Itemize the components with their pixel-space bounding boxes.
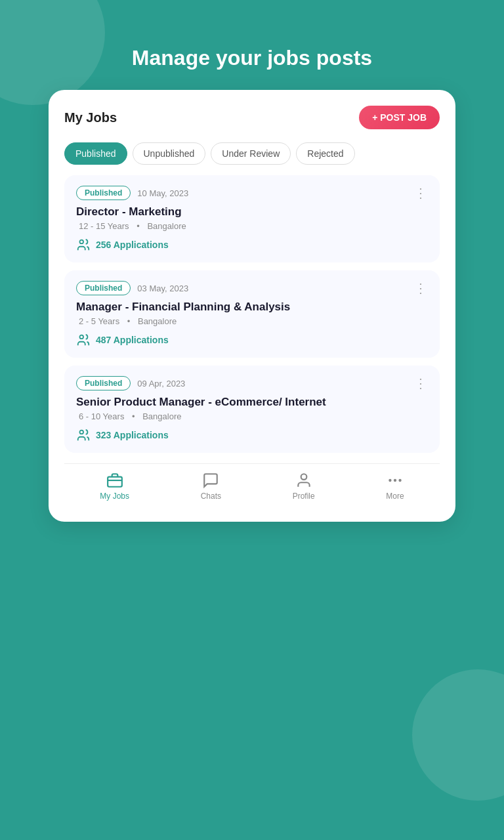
job-applications[interactable]: 256 Applications [76,238,428,252]
job-separator: • [136,221,140,231]
job-applications[interactable]: 487 Applications [76,333,428,347]
svg-rect-3 [108,477,122,487]
job-title: Director - Marketing [76,205,428,219]
svg-point-0 [80,240,84,244]
svg-point-5 [301,474,306,480]
applications-count: 487 Applications [96,335,169,345]
job-title: Manager - Financial Planning & Analysis [76,301,428,314]
applications-icon [76,333,91,347]
nav-label-profile: Profile [293,492,315,501]
job-date: 10 May, 2023 [137,188,188,198]
job-location: Bangalore [142,411,181,421]
tab-under-review[interactable]: Under Review [211,142,291,165]
svg-point-2 [80,430,84,434]
profile-icon [295,472,312,489]
job-separator: • [132,411,135,421]
job-location: Bangalore [147,221,186,231]
tab-rejected[interactable]: Rejected [296,142,354,165]
tab-published[interactable]: Published [64,142,127,165]
nav-item-chats[interactable]: Chats [201,472,221,501]
job-experience: 12 - 15 Years [79,221,129,231]
job-details: 2 - 5 Years • Bangalore [76,316,428,326]
job-card-meta: Published 10 May, 2023 [76,186,188,200]
page-title: Manage your jobs posts [132,46,372,70]
job-location: Bangalore [138,316,177,326]
status-badge: Published [76,376,131,390]
briefcase-icon [106,472,123,489]
nav-label-my-jobs: My Jobs [100,492,129,501]
more-options-icon[interactable]: ⋮ [414,282,428,295]
job-card[interactable]: Published 03 May, 2023 ⋮ Manager - Finan… [64,270,440,358]
tabs-container: Published Unpublished Under Review Rejec… [64,142,440,165]
job-experience: 6 - 10 Years [79,411,124,421]
job-date: 09 Apr, 2023 [137,379,185,388]
applications-count: 323 Applications [96,430,169,440]
bottom-navigation: My Jobs Chats Profile More [64,463,440,506]
job-experience: 2 - 5 Years [79,316,119,326]
svg-point-1 [80,335,84,339]
job-title: Senior Product Manager - eCommerce/ Inte… [76,396,428,409]
status-badge: Published [76,186,131,200]
background-blob-bottomright [412,669,504,801]
job-separator: • [127,316,131,326]
applications-icon [76,238,91,252]
job-card[interactable]: Published 10 May, 2023 ⋮ Director - Mark… [64,175,440,262]
more-icon [387,472,404,489]
status-badge: Published [76,281,131,295]
tab-unpublished[interactable]: Unpublished [133,142,206,165]
post-job-button[interactable]: + POST JOB [359,106,440,129]
svg-point-8 [399,480,400,481]
job-card-top: Published 09 Apr, 2023 ⋮ [76,376,428,390]
nav-label-more: More [386,492,404,501]
nav-item-my-jobs[interactable]: My Jobs [100,472,129,501]
nav-item-profile[interactable]: Profile [293,472,315,501]
card-title: My Jobs [64,110,117,125]
job-card-meta: Published 09 Apr, 2023 [76,376,185,390]
more-options-icon[interactable]: ⋮ [414,377,428,390]
applications-count: 256 Applications [96,240,169,250]
background-blob-topleft [0,0,105,105]
chat-icon [202,472,219,489]
job-details: 6 - 10 Years • Bangalore [76,411,428,421]
job-card-top: Published 10 May, 2023 ⋮ [76,186,428,200]
nav-item-more[interactable]: More [386,472,404,501]
job-card-meta: Published 03 May, 2023 [76,281,188,295]
nav-label-chats: Chats [201,492,221,501]
svg-point-6 [389,480,390,481]
card-header: My Jobs + POST JOB [64,106,440,129]
job-card[interactable]: Published 09 Apr, 2023 ⋮ Senior Product … [64,366,440,453]
job-details: 12 - 15 Years • Bangalore [76,221,428,231]
main-card: My Jobs + POST JOB Published Unpublished… [49,90,455,522]
applications-icon [76,428,91,442]
job-list: Published 10 May, 2023 ⋮ Director - Mark… [64,175,440,453]
more-options-icon[interactable]: ⋮ [414,186,428,200]
svg-point-7 [394,480,396,481]
job-date: 03 May, 2023 [137,284,188,293]
job-card-top: Published 03 May, 2023 ⋮ [76,281,428,295]
job-applications[interactable]: 323 Applications [76,428,428,442]
